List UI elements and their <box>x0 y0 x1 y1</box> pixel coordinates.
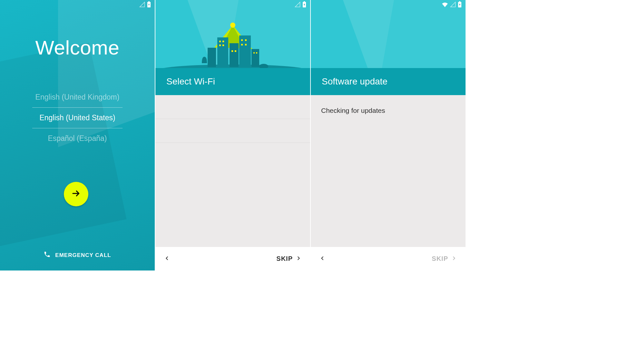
svg-rect-12 <box>231 50 233 52</box>
svg-rect-18 <box>253 52 255 54</box>
svg-rect-10 <box>219 44 221 46</box>
language-option[interactable]: Español (España) <box>32 128 123 149</box>
svg-rect-13 <box>235 50 236 52</box>
svg-rect-22 <box>304 1 305 2</box>
page-title: Select Wi-Fi <box>166 76 215 87</box>
city-illustration <box>191 18 275 71</box>
wifi-list <box>155 95 310 247</box>
svg-rect-11 <box>222 44 224 46</box>
svg-rect-14 <box>241 39 243 41</box>
header: Software update <box>311 0 466 95</box>
svg-rect-19 <box>256 52 257 54</box>
emergency-call-button[interactable]: EMERGENCY CALL <box>0 251 155 260</box>
skip-label: SKIP <box>276 255 293 262</box>
language-option[interactable]: English (United Kingdom) <box>32 87 123 107</box>
chevron-right-icon <box>451 255 457 262</box>
status-bar <box>295 0 306 9</box>
battery-charging-icon <box>147 1 151 8</box>
status-bar <box>442 0 462 9</box>
software-update-screen: Software update Checking for updates <box>311 0 466 271</box>
svg-rect-8 <box>219 41 221 42</box>
svg-rect-7 <box>251 49 259 67</box>
status-text: Checking for updates <box>311 95 466 126</box>
welcome-screen: Welcome English (United Kingdom) English… <box>0 0 155 271</box>
battery-charging-icon <box>302 1 306 8</box>
wifi-screen: Select Wi-Fi SKIP <box>155 0 310 271</box>
svg-rect-5 <box>230 43 239 67</box>
continue-button[interactable] <box>64 182 88 206</box>
svg-rect-17 <box>245 44 247 45</box>
update-body: Checking for updates <box>311 95 466 247</box>
phone-icon <box>44 251 51 260</box>
header-title-band: Select Wi-Fi <box>155 68 310 95</box>
header-title-band: Software update <box>311 68 466 95</box>
cellular-empty-icon <box>139 2 145 7</box>
svg-point-2 <box>230 23 235 28</box>
chevron-right-icon <box>296 255 301 262</box>
language-option-selected[interactable]: English (United States) <box>32 107 123 128</box>
wifi-icon <box>442 2 448 7</box>
page-title: Software update <box>322 76 388 87</box>
back-button[interactable] <box>320 255 325 262</box>
status-bar <box>139 0 151 9</box>
svg-rect-16 <box>241 44 243 45</box>
cellular-empty-icon <box>450 2 456 7</box>
arrow-right-icon <box>71 189 81 200</box>
svg-rect-15 <box>245 39 247 41</box>
header: Select Wi-Fi <box>155 0 310 95</box>
emergency-call-label: EMERGENCY CALL <box>55 252 111 259</box>
battery-charging-icon <box>458 1 462 8</box>
svg-rect-3 <box>208 48 216 67</box>
chevron-left-icon <box>320 255 325 262</box>
svg-rect-9 <box>222 41 224 42</box>
chevron-left-icon <box>164 255 170 262</box>
footer-nav: SKIP <box>311 247 466 271</box>
skip-label: SKIP <box>432 255 448 262</box>
skip-button: SKIP <box>432 255 457 262</box>
skip-button[interactable]: SKIP <box>276 255 301 262</box>
language-picker[interactable]: English (United Kingdom) English (United… <box>0 87 155 149</box>
svg-rect-24 <box>459 1 460 2</box>
svg-rect-1 <box>148 1 150 2</box>
page-title: Welcome <box>0 36 155 59</box>
back-button[interactable] <box>164 255 170 262</box>
list-item[interactable] <box>155 95 310 119</box>
list-item[interactable] <box>155 119 310 143</box>
footer-nav: SKIP <box>155 247 310 271</box>
cellular-empty-icon <box>295 2 300 7</box>
